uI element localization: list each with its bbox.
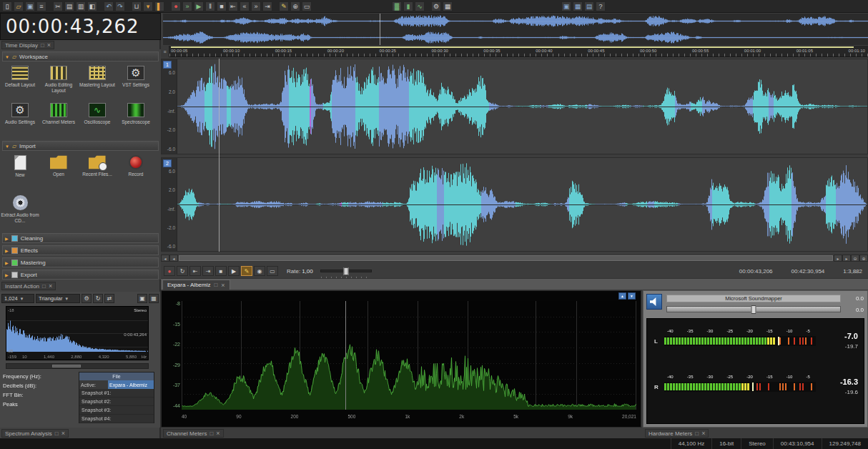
help-icon[interactable]: ? [596, 1, 606, 11]
scroll-handle[interactable] [179, 255, 833, 261]
overview-waveform-left[interactable] [163, 14, 868, 29]
ruler-menu-icon[interactable] [161, 46, 169, 57]
go-to-start-icon[interactable]: ⇤ [228, 1, 238, 11]
zoom-out-icon[interactable] [851, 255, 859, 262]
rate-slider[interactable] [320, 270, 372, 272]
channel-2-badge[interactable]: 2 [163, 159, 172, 167]
table-row[interactable]: Snapshot #3: [79, 406, 154, 415]
mastering-layout-button[interactable]: Mastering Layout [78, 63, 117, 100]
region-icon[interactable]: ▌ [154, 1, 164, 11]
timeline-ruler[interactable]: 00:00:0500:00:1000:00:1500:00:2000:00:25… [161, 46, 868, 57]
loop-playback-button[interactable]: ↻ [177, 266, 188, 276]
redo-icon[interactable]: ↷ [115, 1, 125, 11]
new-file-icon[interactable]: ▯ [2, 1, 12, 11]
selection-tool-icon[interactable]: ▭ [302, 1, 312, 11]
scroll-left-icon[interactable] [161, 255, 169, 262]
extract-audio-cd-button[interactable]: Extract Audio from CD... [1, 192, 39, 230]
section-header-import[interactable]: Import [2, 141, 159, 151]
restore-window-icon[interactable] [214, 282, 217, 288]
gain-slider-handle[interactable] [751, 305, 756, 314]
table-row[interactable]: Snapshot #1: [79, 389, 154, 398]
close-icon[interactable] [47, 41, 51, 49]
vst-settings-button[interactable]: VST Settings [117, 63, 155, 100]
pause-icon[interactable]: ‖ [205, 1, 215, 11]
record-button[interactable]: Record [117, 152, 155, 189]
section-export[interactable]: Export [2, 270, 159, 280]
record-button[interactable]: ● [164, 266, 175, 276]
sync-icon[interactable] [104, 294, 114, 303]
zoom-in-icon[interactable] [859, 255, 868, 262]
channel-meters-icon[interactable]: ▮ [403, 1, 413, 11]
speaker-icon[interactable] [646, 294, 662, 310]
close-icon[interactable] [221, 282, 225, 289]
close-icon[interactable] [701, 430, 705, 437]
scroll-right-icon[interactable] [842, 255, 851, 262]
snap-icon[interactable]: ⊔ [132, 1, 142, 11]
file-overview[interactable] [163, 14, 868, 45]
section-mastering[interactable]: Mastering [2, 257, 159, 267]
go-to-end-button[interactable]: ⇥ [202, 266, 214, 276]
trim-icon[interactable]: ◧ [87, 1, 97, 11]
overview-waveform-right[interactable] [163, 30, 868, 45]
save-icon[interactable]: ▣ [25, 1, 35, 11]
mixer-icon[interactable]: ▦ [443, 1, 453, 11]
new-file-button[interactable]: New [1, 152, 39, 189]
edit-tool-icon[interactable]: ✎ [279, 1, 289, 11]
stop-icon[interactable]: ■ [217, 1, 227, 11]
recent-files-button[interactable]: Recent Files... [78, 152, 117, 189]
page-right-icon[interactable] [834, 255, 842, 262]
page-left-icon[interactable] [169, 255, 178, 262]
play-all-icon[interactable]: » [182, 1, 192, 11]
table-row[interactable]: Snapshot #4: [79, 415, 154, 423]
audition-button[interactable]: ◉ [254, 266, 265, 276]
magnify-tool-icon[interactable]: ⊕ [290, 1, 300, 11]
default-layout-button[interactable]: Default Layout [1, 63, 39, 100]
open-file-icon[interactable]: ▱ [14, 1, 24, 11]
refresh-icon[interactable] [93, 294, 103, 303]
go-to-start-button[interactable]: ⇤ [189, 266, 201, 276]
undo-icon[interactable]: ↶ [104, 1, 114, 11]
fft-size-select[interactable]: 1,024 [1, 294, 34, 303]
spectrum-scrollbar[interactable] [6, 363, 149, 369]
oscilloscope-icon[interactable]: ∿ [415, 1, 425, 11]
output-device-name[interactable]: Microsoft Soundmapper [666, 295, 841, 302]
window-type-select[interactable]: Triangular [36, 294, 80, 303]
close-icon[interactable] [49, 282, 52, 290]
loop-region-bar[interactable] [171, 46, 854, 48]
grid-icon[interactable] [149, 294, 159, 303]
rewind-icon[interactable]: « [240, 1, 250, 11]
docked-windows-icon[interactable]: ▤ [584, 1, 594, 11]
audio-settings-button[interactable]: Audio Settings [1, 100, 39, 137]
workspace-icon[interactable]: ▦ [573, 1, 583, 11]
settings-gear-icon[interactable] [82, 294, 92, 303]
section-cleaning[interactable]: Cleaning [2, 233, 159, 243]
play-icon[interactable]: ▶ [194, 1, 204, 11]
float-window-icon[interactable] [55, 430, 59, 437]
audio-editing-layout-button[interactable]: Audio Editing Layout [39, 63, 78, 100]
file-properties-icon[interactable]: ≡ [36, 1, 46, 11]
waveform-canvas-1[interactable] [177, 60, 867, 153]
forward-icon[interactable]: » [251, 1, 261, 11]
table-row-active[interactable]: Active: Expara - Albemiz [79, 380, 154, 389]
copy-icon[interactable]: ▤ [64, 1, 74, 11]
float-window-icon[interactable] [209, 430, 213, 437]
marker-icon[interactable]: ▾ [143, 1, 153, 11]
plugin-chain-icon[interactable]: ⚙ [431, 1, 441, 11]
scroll-track[interactable] [178, 255, 834, 262]
float-window-icon[interactable] [695, 430, 699, 437]
pin-icon[interactable] [137, 294, 147, 303]
waveform-h-scrollbar[interactable] [161, 255, 868, 262]
scale-up-icon[interactable] [618, 292, 626, 300]
channel-meters-button[interactable]: Channel Meters [39, 100, 78, 137]
monitor-button[interactable]: ▭ [267, 266, 278, 276]
open-file-button[interactable]: Open [39, 152, 78, 189]
table-row[interactable]: Snapshot #2: [79, 398, 154, 406]
play-button[interactable]: ▶ [228, 266, 240, 276]
spectroscope-button[interactable]: Spectroscope [117, 100, 155, 137]
output-gain-slider[interactable] [666, 306, 841, 312]
scrollbar-handle[interactable] [52, 365, 81, 367]
paste-icon[interactable]: ▥ [76, 1, 86, 11]
scale-down-icon[interactable] [628, 292, 636, 300]
document-tab[interactable]: Expara - Albemiz [162, 280, 230, 290]
channel-1-badge[interactable]: 1 [163, 61, 172, 69]
